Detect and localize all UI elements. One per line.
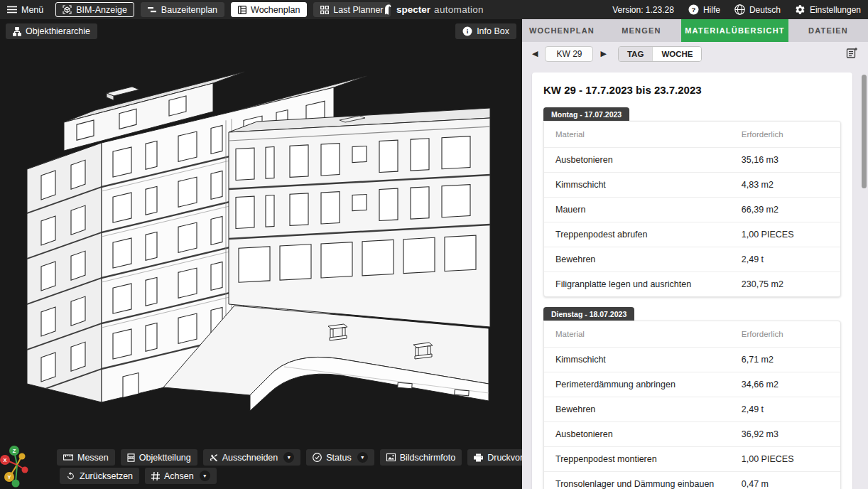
required-column-header: Erforderlich xyxy=(742,330,829,338)
material-row: Tronsolenlager und Dämmung einbauen 0,47… xyxy=(544,471,840,489)
specter-logo: specter automation xyxy=(384,0,484,19)
tab-materialuebersicht[interactable]: MATERIALÜBERSICHT xyxy=(681,19,788,42)
table-header-row: Material Erforderlich xyxy=(544,321,840,347)
top-bar: Menü BIM-Anzeige Bauzeitenplan Wochenpla… xyxy=(0,0,868,19)
status-check-icon xyxy=(313,453,322,462)
material-row: Treppenpodest montieren 1,00 PIECES xyxy=(544,446,840,471)
material-table: Material Erforderlich Kimmschicht 6,71 m… xyxy=(543,321,841,489)
panel-scrollbar[interactable] xyxy=(861,53,867,489)
nav-wochenplan-label: Wochenplan xyxy=(251,5,300,15)
ruler-icon xyxy=(63,454,73,461)
status-button[interactable]: Status ▾ xyxy=(306,449,374,466)
ausschneiden-dropdown-icon[interactable]: ▾ xyxy=(283,452,294,463)
info-box-button[interactable]: i Info Box xyxy=(455,23,516,39)
ghost-icon xyxy=(384,4,393,15)
globe-icon xyxy=(734,4,745,15)
material-name: Filigranplatte legen und ausrichten xyxy=(555,279,742,289)
objekthierarchie-button[interactable]: Objekthierarchie xyxy=(6,23,97,39)
status-dropdown-icon[interactable]: ▾ xyxy=(357,452,368,463)
hierarchy-tree-icon xyxy=(13,27,21,36)
material-name: Treppenpodest montieren xyxy=(555,454,742,464)
nav-wochenplan[interactable]: Wochenplan xyxy=(231,2,307,17)
orientation-gizmo[interactable]: Z X Y xyxy=(0,445,37,489)
day-badge: Montag - 17.07.2023 xyxy=(543,107,629,121)
day-badge: Dienstag - 18.07.2023 xyxy=(543,307,634,321)
gizmo-x-label: X xyxy=(3,457,6,463)
add-note-button[interactable] xyxy=(845,45,859,63)
tag-toggle[interactable]: TAG xyxy=(619,47,652,61)
gizmo-y-label: Y xyxy=(7,474,11,480)
material-row: Ausbetonieren 35,16 m3 xyxy=(544,147,840,172)
required-amount: 4,83 m2 xyxy=(742,180,829,190)
day-week-toggle: TAG WOCHE xyxy=(618,46,702,62)
grid-icon xyxy=(320,6,329,14)
week-card: KW 29 - 17.7.2023 bis 23.7.2023 Montag -… xyxy=(532,72,852,489)
material-name: Kimmschicht xyxy=(555,355,742,365)
bim-cube-icon xyxy=(63,5,72,14)
panel-tabs: WOCHENPLAN MENGEN MATERIALÜBERSICHT DATE… xyxy=(522,19,868,42)
svg-text:?: ? xyxy=(691,6,695,14)
nav-last-planner-label: Last Planner xyxy=(333,5,383,15)
zuruecksetzen-button[interactable]: Zurücksetzen xyxy=(60,468,139,484)
tab-wochenplan[interactable]: WOCHENPLAN xyxy=(522,19,602,42)
side-panel: WOCHENPLAN MENGEN MATERIALÜBERSICHT DATE… xyxy=(522,19,868,489)
nav-bauzeitenplan[interactable]: Bauzeitenplan xyxy=(141,2,224,17)
objekthierarchie-label: Objekthierarchie xyxy=(26,26,90,36)
material-row: Kimmschicht 6,71 m2 xyxy=(544,347,840,372)
material-name: Ausbetonieren xyxy=(555,155,742,165)
day-section: Dienstag - 18.07.2023 Material Erforderl… xyxy=(543,307,841,489)
menu-button[interactable]: Menü xyxy=(7,5,43,15)
material-row: Mauern 66,39 m2 xyxy=(544,197,840,222)
help-icon: ? xyxy=(688,4,699,15)
week-title: KW 29 - 17.7.2023 bis 23.7.2023 xyxy=(543,84,841,96)
material-name: Tronsolenlager und Dämmung einbauen xyxy=(555,479,742,489)
required-amount: 230,75 m2 xyxy=(742,279,829,289)
bildschirmfoto-button[interactable]: Bildschirmfoto xyxy=(380,449,462,466)
required-amount: 0,47 m xyxy=(742,479,829,489)
help-button[interactable]: ? Hilfe xyxy=(688,4,720,15)
language-button[interactable]: Deutsch xyxy=(734,4,781,15)
ausschneiden-button[interactable]: Ausschneiden ▾ xyxy=(203,449,301,466)
objektteilung-button[interactable]: Objektteilung xyxy=(121,449,197,466)
nav-last-planner[interactable]: Last Planner xyxy=(313,2,390,17)
achsen-dropdown-icon[interactable]: ▾ xyxy=(200,471,210,481)
required-amount: 1,00 PIECES xyxy=(742,230,829,240)
required-amount: 2,49 t xyxy=(742,254,829,264)
week-chip[interactable]: KW 29 xyxy=(545,46,593,62)
day-sections: Montag - 17.07.2023 Material Erforderlic… xyxy=(543,107,841,489)
required-column-header: Erforderlich xyxy=(742,130,829,139)
nav-bim-anzeige[interactable]: BIM-Anzeige xyxy=(55,2,134,17)
material-row: Ausbetonieren 36,92 m3 xyxy=(544,421,840,446)
messen-button[interactable]: Messen xyxy=(57,449,115,466)
achsen-button[interactable]: Achsen ▾ xyxy=(145,468,217,484)
nav-bauzeitenplan-label: Bauzeitenplan xyxy=(161,5,217,15)
material-table: Material Erforderlich Ausbetonieren 35,1… xyxy=(543,121,841,297)
required-amount: 35,16 m3 xyxy=(742,155,829,165)
weekplan-icon xyxy=(238,6,246,14)
material-name: Mauern xyxy=(555,205,742,215)
screenshot-icon xyxy=(386,453,396,461)
druckvorschau-button[interactable]: Druckvorschau ▾ xyxy=(467,449,522,466)
woche-toggle[interactable]: WOCHE xyxy=(652,47,701,61)
bim-model-3d-building[interactable] xyxy=(0,19,522,489)
scrollbar-thumb[interactable] xyxy=(862,75,867,188)
required-amount: 6,71 m2 xyxy=(742,355,829,365)
reset-rotate-icon xyxy=(66,471,75,480)
gizmo-z-label: Z xyxy=(13,448,16,454)
tab-mengen[interactable]: MENGEN xyxy=(602,19,681,42)
material-name: Treppenpodest abrufen xyxy=(555,230,742,240)
material-row: Treppenpodest abrufen 1,00 PIECES xyxy=(544,222,840,247)
info-box-label: Info Box xyxy=(477,26,509,36)
bim-viewport[interactable]: Objekthierarchie i Info Box xyxy=(0,19,522,489)
axes-grid-icon xyxy=(151,472,160,480)
material-name: Ausbetonieren xyxy=(555,429,742,439)
version-label: Version: 1.23.28 xyxy=(612,5,674,15)
tab-dateien[interactable]: DATEIEN xyxy=(788,19,868,42)
settings-button[interactable]: Einstellungen xyxy=(795,4,861,15)
previous-week-button[interactable]: ◀ xyxy=(531,48,539,60)
logo-brand-light: automation xyxy=(434,4,484,15)
material-name: Bewehren xyxy=(555,254,742,264)
required-amount: 2,49 t xyxy=(742,404,829,414)
next-week-button[interactable]: ▶ xyxy=(599,48,607,60)
material-row: Kimmschicht 4,83 m2 xyxy=(544,172,840,197)
